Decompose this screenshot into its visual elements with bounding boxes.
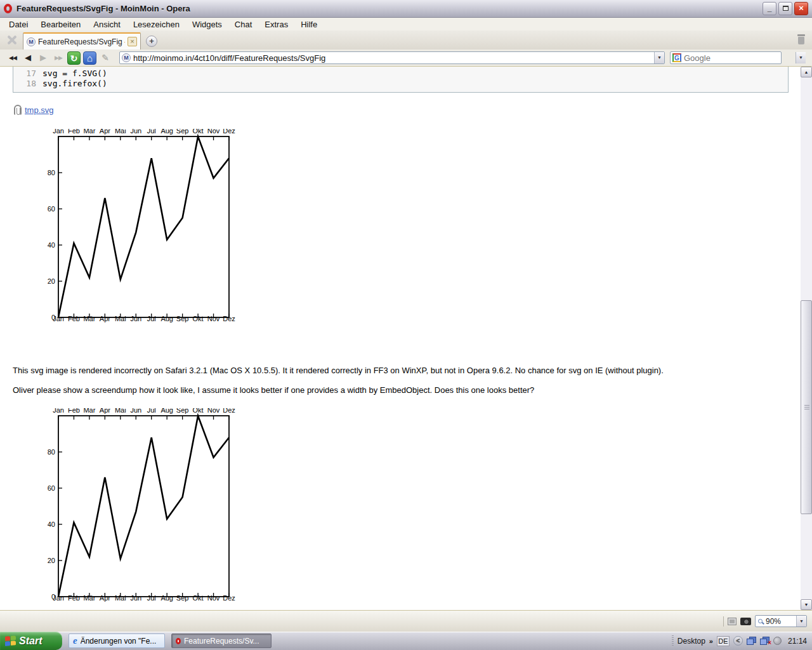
svg-line-chart-1: JanJanFebFebMärMärAprAprMaiMaiJunJunJulJ… <box>48 129 238 327</box>
taskbar-item-opera[interactable]: FeatureRequests/Sv... <box>171 633 272 648</box>
fast-forward-button[interactable]: ▶▶ <box>51 51 66 65</box>
menu-lesezeichen[interactable]: Lesezeichen <box>127 18 186 30</box>
menu-extras[interactable]: Extras <box>258 18 294 30</box>
code-line: 18svg.firefox() <box>21 79 788 89</box>
network-icon[interactable] <box>747 637 756 645</box>
tab-featurerequests[interactable]: M FeatureRequests/SvgFig -... × <box>23 32 141 50</box>
windows-flag-icon <box>5 635 16 646</box>
back-button[interactable]: ◀ <box>20 51 36 65</box>
scroll-up-icon[interactable]: ▲ <box>801 67 812 77</box>
svg-text:Jan: Jan <box>53 408 64 414</box>
chevron-right-icon[interactable]: » <box>709 637 713 645</box>
task-label: Änderungen von "Fe... <box>81 637 157 646</box>
page-content: 17svg = f.SVG() 18svg.firefox() tmp.svg … <box>0 67 801 610</box>
panels-toggle-icon[interactable] <box>5 34 19 46</box>
menu-hilfe[interactable]: Hilfe <box>294 18 324 30</box>
attachment-row: tmp.svg <box>14 105 54 115</box>
closed-tabs-trash-icon[interactable] <box>797 34 806 44</box>
svg-text:60: 60 <box>48 484 55 492</box>
paragraph-2: Oliver please show a screendump how it l… <box>13 385 774 395</box>
svg-text:Jun: Jun <box>130 129 141 135</box>
svg-text:40: 40 <box>48 521 55 528</box>
search-dropdown-icon[interactable]: ▼ <box>796 52 806 63</box>
search-bar[interactable]: G ▼ <box>670 51 782 64</box>
svg-text:Jan: Jan <box>53 129 64 135</box>
menu-bearbeiten[interactable]: Bearbeiten <box>34 18 87 30</box>
svg-text:Sep: Sep <box>176 408 189 414</box>
menu-chat[interactable]: Chat <box>228 18 258 30</box>
code-text: svg = f.SVG() <box>43 69 107 78</box>
svg-text:Dez: Dez <box>223 129 235 135</box>
code-text: svg.firefox() <box>43 79 107 88</box>
svg-text:Okt: Okt <box>193 129 204 135</box>
svg-text:0: 0 <box>51 593 55 600</box>
hide-tray-icons-icon[interactable]: < <box>733 636 743 646</box>
status-bar: 90% ▼ <box>0 610 812 632</box>
home-button[interactable]: ⌂ <box>83 51 96 65</box>
desktop-toolbar[interactable]: Desktop <box>678 637 705 646</box>
title-bar: FeatureRequests/SvgFig - MoinMoin - Oper… <box>0 0 812 18</box>
menu-bar: Datei Bearbeiten Ansicht Lesezeichen Wid… <box>0 18 812 30</box>
forward-button[interactable]: ▶ <box>36 51 51 65</box>
scroll-down-icon[interactable]: ▼ <box>801 599 812 610</box>
url-favicon-icon: M <box>122 53 131 62</box>
google-icon: G <box>672 53 681 62</box>
menu-widgets[interactable]: Widgets <box>186 18 228 30</box>
edit-pencil-icon[interactable]: ✎ <box>98 51 113 65</box>
line-number: 18 <box>21 79 36 89</box>
taskbar-clock[interactable]: 21:14 <box>785 637 807 646</box>
svg-text:Jul: Jul <box>147 408 156 414</box>
svg-text:Feb: Feb <box>68 129 80 135</box>
address-input[interactable] <box>133 53 654 63</box>
statusbar-separator <box>723 616 724 627</box>
rewind-button[interactable]: ◀◀ <box>5 51 20 65</box>
internet-explorer-icon: e <box>73 635 77 646</box>
fit-to-width-icon[interactable] <box>728 618 737 625</box>
code-block: 17svg = f.SVG() 18svg.firefox() <box>13 67 789 93</box>
svg-text:Mär: Mär <box>83 408 95 414</box>
address-dropdown-icon[interactable]: ▼ <box>654 52 664 63</box>
scrollbar-thumb[interactable] <box>801 300 812 514</box>
svg-text:0: 0 <box>51 314 55 321</box>
minimize-button[interactable]: _ <box>763 2 776 15</box>
new-tab-button[interactable]: + <box>146 36 157 47</box>
close-button[interactable]: × <box>794 2 808 15</box>
system-tray: Desktop » DE < × 21:14 <box>672 632 812 650</box>
camera-icon[interactable] <box>740 618 751 625</box>
moinmoin-favicon-icon: M <box>27 37 36 46</box>
svg-text:Okt: Okt <box>193 408 204 414</box>
svg-text:60: 60 <box>48 205 55 213</box>
red-x-icon: × <box>768 639 771 646</box>
menu-datei[interactable]: Datei <box>3 18 34 30</box>
attachment-link[interactable]: tmp.svg <box>25 105 54 115</box>
zoom-dropdown-icon[interactable]: ▼ <box>796 616 806 627</box>
window-title: FeatureRequests/SvgFig - MoinMoin - Oper… <box>16 4 190 13</box>
language-indicator[interactable]: DE <box>717 636 730 646</box>
taskbar-item-ie[interactable]: e Änderungen von "Fe... <box>69 633 165 648</box>
start-button[interactable]: Start <box>0 632 62 650</box>
svg-text:Aug: Aug <box>160 129 173 135</box>
restore-button[interactable] <box>778 2 792 15</box>
volume-icon[interactable] <box>773 637 782 645</box>
navigation-toolbar: ◀◀ ◀ ▶ ▶▶ ↻ ⌂ ✎ M ▼ G ▼ <box>0 50 812 67</box>
svg-text:40: 40 <box>48 241 55 249</box>
reload-button[interactable]: ↻ <box>67 51 81 65</box>
tab-close-icon[interactable]: × <box>128 37 137 46</box>
vertical-scrollbar[interactable]: ▲ ▼ <box>801 67 812 610</box>
zoom-control[interactable]: 90% ▼ <box>755 615 807 627</box>
svg-text:Jun: Jun <box>130 408 141 414</box>
svg-text:Nov: Nov <box>207 408 220 414</box>
address-bar[interactable]: M ▼ <box>119 51 665 64</box>
restore-icon <box>783 6 789 11</box>
search-input[interactable] <box>684 53 796 63</box>
svg-text:Dez: Dez <box>223 408 235 414</box>
zoom-level: 90% <box>763 617 796 626</box>
tab-label: FeatureRequests/SvgFig -... <box>38 37 125 46</box>
network-disconnected-icon[interactable]: × <box>760 637 769 645</box>
magnifier-icon <box>758 619 763 623</box>
svg-text:Apr: Apr <box>100 129 110 135</box>
start-label: Start <box>19 635 42 647</box>
task-label: FeatureRequests/Sv... <box>184 637 259 646</box>
paragraph-1: This svg image is rendered incorrectly o… <box>13 366 774 376</box>
menu-ansicht[interactable]: Ansicht <box>87 18 127 30</box>
